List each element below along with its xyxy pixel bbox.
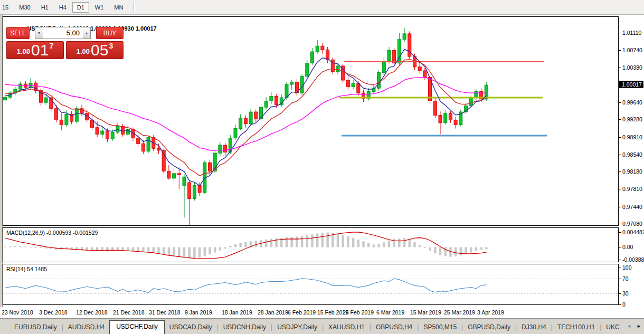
- macd-label: MACD(12,26,9) -0.000593 -0.001529: [6, 230, 98, 236]
- price-tick-label: 0.98540: [622, 151, 642, 158]
- chart-tab-eurusd[interactable]: EURUSD,Daily: [10, 321, 62, 334]
- timeframe-button-h4[interactable]: H4: [54, 2, 71, 13]
- chart-tabs: EURUSD,Daily|AUDUSD,H4USDCHF,DailyUSDCAD…: [10, 320, 624, 334]
- macd-tick-label: 0.004487: [622, 229, 644, 235]
- volume-input[interactable]: [43, 27, 83, 39]
- sell-price-button[interactable]: 1.00 01 7: [6, 41, 64, 59]
- rsi-tick-label: 30: [622, 290, 629, 297]
- price-tick: [619, 224, 621, 224]
- sell-price-big-digits: 01: [31, 43, 49, 58]
- timeframe-toolbar: 15M30H1H4D1W1MN: [0, 0, 644, 15]
- timeframe-button-mn[interactable]: MN: [109, 2, 128, 13]
- sell-button[interactable]: SELL: [6, 27, 30, 39]
- mt4-terminal: 15M30H1H4D1W1MN ▲USDCHF,Daily 1.00019 1.…: [0, 0, 644, 334]
- sell-price-prefix: 1.00: [17, 47, 30, 55]
- chart-tab-usdcnh[interactable]: USDCNH,Daily: [219, 321, 271, 334]
- chart-tab-tech100[interactable]: TECH100,H1: [553, 321, 600, 334]
- tab-scroll-controls: ◄ ►: [627, 323, 641, 329]
- chart-tab-sp500[interactable]: SP500,M15: [419, 321, 461, 334]
- tab-scroll-right-icon[interactable]: ►: [637, 323, 641, 329]
- tab-scroll-left-icon[interactable]: ◄: [627, 323, 631, 329]
- date-tick-label: 18 Jan 2019: [222, 309, 252, 316]
- price-tick: [619, 155, 621, 155]
- date-tick-label: 6 Feb 2019: [288, 309, 316, 316]
- price-tick: [619, 33, 621, 33]
- price-tick-label: 0.97810: [622, 186, 642, 192]
- macd-indicator-panel[interactable]: MACD(12,26,9) -0.000593 -0.001529: [3, 227, 619, 262]
- main-chart-panel[interactable]: ▲USDCHF,Daily 1.00019 1.00029 0.99930 1.…: [3, 16, 619, 226]
- buy-price-button[interactable]: 1.00 05 3: [66, 41, 124, 59]
- rsi-label: RSI(14) 54.1485: [6, 266, 47, 272]
- price-tick-label: 1.00380: [622, 64, 642, 71]
- rsi-indicator-panel[interactable]: RSI(14) 54.1485: [3, 264, 619, 305]
- buy-price-pipette: 3: [109, 42, 113, 50]
- toolbar-separator: [134, 2, 134, 13]
- macd-tick-label: 0.00: [622, 244, 633, 250]
- price-tick: [619, 207, 621, 207]
- date-tick-label: 25 Feb 2019: [343, 309, 374, 316]
- timeframe-button-w1[interactable]: W1: [90, 2, 109, 13]
- price-tick: [619, 102, 621, 103]
- date-tick-label: 9 Jan 2019: [185, 309, 212, 316]
- price-tick-label: 0.97080: [622, 221, 642, 227]
- volume-decrease-button[interactable]: ▼: [35, 27, 43, 39]
- date-tick-label: 25 Mar 2019: [444, 309, 475, 316]
- chart-tab-usdcad[interactable]: USDCAD,Daily: [165, 321, 217, 334]
- chart-window: ▲USDCHF,Daily 1.00019 1.00029 0.99930 1.…: [0, 15, 644, 318]
- price-axis[interactable]: 1.011101.007401.003800.996400.992800.989…: [619, 15, 644, 318]
- chart-tab-usdjpy[interactable]: USDJPY,Daily: [272, 321, 322, 334]
- price-tick: [619, 119, 621, 120]
- macd-tick-label: -0.003883: [622, 256, 644, 263]
- price-tick: [619, 50, 621, 51]
- date-tick-label: 28 Jan 2019: [258, 309, 288, 316]
- price-tick-label: 0.99280: [622, 116, 642, 122]
- price-tick-label: 0.99640: [622, 99, 642, 106]
- spin-up-icon: ▲: [85, 31, 89, 35]
- rsi-tick: [619, 268, 621, 268]
- buy-button[interactable]: BUY: [96, 27, 124, 39]
- timeframe-button-h1[interactable]: H1: [36, 2, 53, 13]
- rsi-chart[interactable]: [3, 264, 618, 304]
- date-tick-label: 21 Dec 2018: [113, 309, 145, 316]
- date-axis[interactable]: 23 Nov 20183 Dec 201812 Dec 201821 Dec 2…: [0, 307, 619, 318]
- chart-tab-xauusd[interactable]: XAUUSD,H1: [324, 321, 370, 334]
- date-tick-label: 31 Dec 2018: [149, 309, 181, 316]
- chart-tab-audusd[interactable]: AUDUSD,H4: [63, 321, 109, 334]
- spin-down-icon: ▼: [37, 31, 41, 35]
- macd-tick: [619, 232, 621, 233]
- rsi-tick: [619, 304, 621, 305]
- current-price-badge: 1.00017: [619, 81, 643, 88]
- chart-tab-gbpusd[interactable]: GBPUSD,Daily: [463, 321, 515, 334]
- volume-increase-button[interactable]: ▲: [83, 27, 91, 39]
- chart-tab-ukc[interactable]: UKC: [601, 321, 624, 334]
- timeframe-button-d1[interactable]: D1: [72, 2, 89, 13]
- chart-tab-dj30[interactable]: DJ30,H4: [517, 321, 551, 334]
- price-tick: [619, 189, 621, 189]
- date-tick-label: 12 Dec 2018: [76, 309, 108, 316]
- price-tick-label: 0.98910: [622, 134, 642, 140]
- rsi-tick-label: 0: [622, 301, 626, 308]
- one-click-trading-panel: SELL ▼ ▲ BUY 1.00 01 7 1.00 05 3: [6, 27, 128, 59]
- buy-price-big-digits: 05: [91, 43, 108, 58]
- rsi-tick-label: 100: [622, 264, 632, 271]
- chart-tabbar: EURUSD,Daily|AUDUSD,H4USDCHF,DailyUSDCAD…: [0, 318, 644, 334]
- price-tick-label: 1.01110: [622, 30, 641, 36]
- rsi-tick: [619, 279, 621, 279]
- date-tick-label: 23 Nov 2018: [2, 309, 33, 316]
- chart-tab-gbpusd[interactable]: GBPUSD,H4: [371, 321, 417, 334]
- chart-tab-usdchf[interactable]: USDCHF,Daily: [109, 320, 165, 334]
- sell-price-pipette: 7: [49, 42, 53, 50]
- buy-price-prefix: 1.00: [77, 47, 90, 55]
- price-tick: [619, 137, 621, 138]
- timeframe-buttons: 15M30H1H4D1W1MN: [0, 2, 128, 13]
- timeframe-button-15[interactable]: 15: [1, 2, 13, 13]
- price-tick-label: 0.98180: [622, 168, 642, 175]
- date-tick-label: 15 Mar 2019: [410, 309, 441, 316]
- macd-tick: [619, 260, 621, 260]
- price-tick-label: 1.00740: [622, 47, 642, 53]
- rsi-tick: [619, 293, 621, 294]
- macd-tick: [619, 247, 621, 247]
- price-tick-label: 0.97440: [622, 204, 642, 210]
- price-tick: [619, 171, 621, 172]
- timeframe-button-m30[interactable]: M30: [14, 2, 35, 13]
